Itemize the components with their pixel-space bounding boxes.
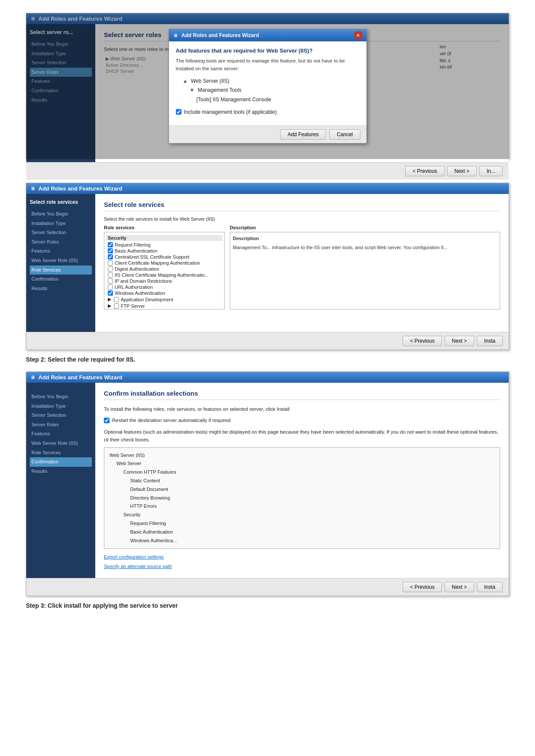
wizard3-sidebar: Before You Begin Installation Type Serve… — [26, 383, 95, 578]
install-item-5: Directory Browsing — [110, 494, 494, 503]
w2-sidebar-installation-type[interactable]: Installation Type — [30, 219, 92, 228]
role-services-header: Role services Description — [104, 225, 500, 230]
wizard2-install-button[interactable]: Insta — [477, 336, 503, 346]
wizard3-install-button[interactable]: Insta — [477, 582, 503, 592]
w2-sidebar-server-selection[interactable]: Server Selection — [30, 228, 92, 237]
description-text: Management To... infrastructure to the I… — [233, 244, 497, 251]
modal-title-text: Add Roles and Features Wizard — [181, 32, 259, 38]
modal-add-features-button[interactable]: Add Features — [280, 129, 326, 140]
wizard3-body: Before You Begin Installation Type Serve… — [26, 383, 509, 578]
w3-sidebar-confirmation[interactable]: Confirmation — [30, 457, 92, 467]
modal-cancel-button[interactable]: Cancel — [329, 129, 360, 140]
role-label-request-filtering: Request Filtering — [115, 242, 150, 247]
w2-sidebar-before-you-begin[interactable]: Before You Begin — [30, 209, 92, 219]
app-dev-toggle[interactable]: ▶ — [108, 297, 111, 302]
role-item-ftp-server[interactable]: FTP Server — [106, 309, 222, 309]
w3-sidebar-web-server-role[interactable]: Web Server Role (IIS) — [30, 439, 92, 448]
wizard1-footer: < Previous Next > In... — [26, 162, 509, 180]
w2-sidebar-results[interactable]: Results — [30, 284, 92, 294]
role-item-client-cert-mapping[interactable]: Client Certificate Mapping Authenticatio… — [106, 260, 222, 266]
wizard1-next-button[interactable]: Next > — [447, 166, 477, 176]
wizard2-role-services-label: Select the role services to install for … — [104, 216, 500, 222]
export-config-link[interactable]: Export configuration settings — [104, 552, 500, 562]
wizard3-prev-button[interactable]: < Previous — [403, 582, 442, 592]
w3-sidebar-role-services[interactable]: Role Services — [30, 448, 92, 458]
w3-sidebar-installation-type[interactable]: Installation Type — [30, 402, 92, 411]
alternate-source-link[interactable]: Specify an alternate source path — [104, 562, 500, 571]
install-item-3: Static Content — [110, 477, 494, 485]
cb-basic-auth[interactable] — [108, 248, 113, 253]
install-item-9: Basic Authentication — [110, 528, 494, 537]
wizard3-next-button[interactable]: Next > — [444, 582, 474, 592]
security-group-label: Security — [108, 235, 126, 241]
install-item-2: Common HTTP Features — [110, 468, 494, 477]
w2-sidebar-confirmation[interactable]: Confirmation — [30, 275, 92, 284]
role-item-request-filtering[interactable]: Request Filtering — [106, 242, 222, 248]
modal-body-text: The following tools are required to mana… — [176, 57, 360, 72]
cb-iis-cert-mapping[interactable] — [108, 272, 113, 278]
page-wrapper: 🖥 Add Roles and Features Wizard Select s… — [0, 0, 535, 631]
role-list-box[interactable]: Security Request Filtering Basic Authent… — [104, 232, 225, 309]
cb-ssl-cert[interactable] — [108, 254, 113, 259]
modal-title-left: 🖥 Add Roles and Features Wizard — [173, 32, 259, 38]
w3-sidebar-features[interactable]: Features — [30, 429, 92, 439]
wizard1-prev-button[interactable]: < Previous — [405, 166, 444, 176]
cb-windows-auth[interactable] — [108, 291, 113, 296]
role-label-ssl-cert: Centralized SSL Certificate Support — [115, 254, 189, 259]
role-item-app-dev[interactable]: ▶ Application Development — [106, 296, 222, 303]
cb-request-filtering[interactable] — [108, 242, 113, 247]
install-item-0: Web Server (IIS) — [110, 451, 494, 460]
w3-sidebar-before-you-begin[interactable]: Before You Begin — [30, 392, 92, 402]
cb-app-dev[interactable] — [114, 297, 119, 302]
wizard1-install-button[interactable]: In... — [479, 166, 503, 176]
optional-features-text: Optional features (such as administratio… — [104, 428, 500, 444]
modal-body: Add features that are required for Web S… — [169, 41, 366, 125]
role-item-iis-cert-mapping[interactable]: IIS Client Certificate Mapping Authentic… — [106, 272, 222, 278]
wizard2-footer: < Previous Next > Insta — [26, 332, 509, 350]
cb-ftp-server-group[interactable] — [114, 303, 119, 309]
ftp-toggle[interactable]: ▶ — [108, 303, 111, 309]
wizard2-content-title: Select role services — [104, 201, 500, 211]
install-item-4: Default Document — [110, 485, 494, 494]
cb-client-cert-mapping[interactable] — [108, 260, 113, 266]
role-label-url-auth: URL Authorization — [115, 284, 153, 290]
role-services-area: Security Request Filtering Basic Authent… — [104, 232, 500, 309]
modal-close-button[interactable]: ✕ — [354, 31, 362, 39]
modal-checkbox-row[interactable]: Include management tools (if applicable) — [176, 109, 360, 115]
role-item-ftp-server-group[interactable]: ▶ FTP Server — [106, 303, 222, 309]
role-item-ssl-cert[interactable]: Centralized SSL Certificate Support — [106, 254, 222, 260]
wizard2-next-button[interactable]: Next > — [444, 336, 474, 346]
restart-checkbox[interactable] — [104, 418, 110, 423]
role-label-app-dev: Application Development — [121, 297, 173, 302]
wizard2-content: Select role services Select the role ser… — [95, 194, 509, 332]
confirm-content: To install the following roles, role ser… — [104, 405, 500, 571]
tree-item-web-server: ▲ Web Server (IIS) — [183, 77, 360, 86]
cb-ip-domain[interactable] — [108, 278, 113, 284]
role-item-url-auth[interactable]: URL Authorization — [106, 284, 222, 290]
role-label-client-cert-mapping: Client Certificate Mapping Authenticatio… — [115, 260, 200, 266]
wizard3-content-title: Confirm installation selections — [104, 390, 500, 400]
w2-sidebar-role-services[interactable]: Role Services — [30, 266, 92, 275]
w2-sidebar-web-server-role[interactable]: Web Server Role (IIS) — [30, 256, 92, 266]
w3-sidebar-server-roles[interactable]: Server Roles — [30, 420, 92, 430]
cb-url-auth[interactable] — [108, 284, 113, 290]
w3-sidebar-results[interactable]: Results — [30, 467, 92, 476]
cb-digest-auth[interactable] — [108, 266, 113, 272]
role-item-ip-domain[interactable]: IP and Domain Restrictions — [106, 278, 222, 284]
wizard2-prev-button[interactable]: < Previous — [403, 336, 442, 346]
wizard2-title-text: Add Roles and Features Wizard — [38, 185, 122, 192]
install-item-7: Security — [110, 511, 494, 519]
restart-checkbox-row[interactable]: Restart the destination server automatic… — [104, 416, 500, 424]
modal-checkbox[interactable] — [176, 109, 181, 115]
w3-sidebar-server-selection[interactable]: Server Selection — [30, 411, 92, 420]
w2-sidebar-server-roles[interactable]: Server Roles — [30, 237, 92, 247]
tree-item-management: ▼ Management Tools — [183, 86, 360, 95]
wizard2-window-icon: 🖥 — [31, 186, 35, 191]
w2-sidebar-features[interactable]: Features — [30, 247, 92, 256]
role-item-digest-auth[interactable]: Digest Authentication — [106, 266, 222, 272]
wizard2-sidebar: Select role services Before You Begin In… — [26, 194, 95, 332]
export-links: Export configuration settings Specify an… — [104, 552, 500, 571]
role-item-basic-auth[interactable]: Basic Authentication — [106, 248, 222, 254]
role-item-windows-auth[interactable]: Windows Authentication — [106, 290, 222, 296]
tree-label-1: Web Server (IIS) — [191, 78, 229, 84]
